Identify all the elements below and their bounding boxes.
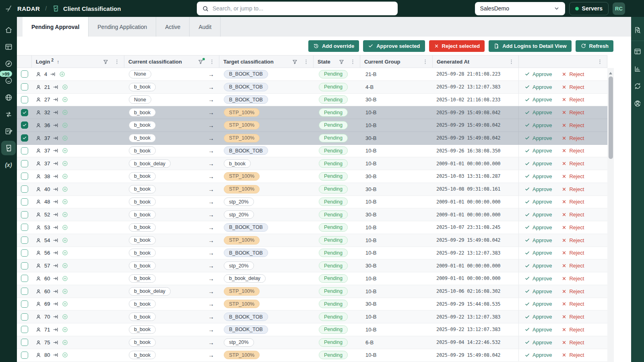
panel-item-user-scan[interactable]	[632, 98, 643, 109]
add-to-view-icon[interactable]	[62, 313, 68, 320]
add-to-view-icon[interactable]	[62, 135, 68, 142]
add-to-view-icon[interactable]	[62, 300, 68, 307]
reject-button[interactable]: Reject	[561, 301, 584, 307]
table-row[interactable]: 60 b_book_delay → STP_100% Pending 10-B …	[17, 285, 607, 298]
panel-item-bar-chart[interactable]	[632, 64, 643, 74]
header-target-classification[interactable]: Target classification	[219, 56, 313, 68]
table-row[interactable]: 75 b_book → stp_20% Pending 6-B 2025-09-…	[17, 336, 607, 349]
column-menu-icon[interactable]	[422, 59, 428, 65]
reject-button[interactable]: Reject	[561, 148, 584, 154]
row-checkbox[interactable]	[21, 83, 28, 90]
table-row[interactable]: 52 b_book → stp_20% Pending 30-B 2009-01…	[17, 208, 607, 221]
reject-button[interactable]: Reject	[561, 314, 584, 320]
column-menu-icon[interactable]	[114, 59, 120, 65]
add-to-view-icon[interactable]	[59, 71, 66, 78]
reject-button[interactable]: Reject	[561, 224, 584, 230]
reject-selected-button[interactable]: Reject selected	[429, 40, 485, 52]
filter-icon[interactable]	[292, 59, 298, 65]
add-to-view-icon[interactable]	[62, 160, 68, 167]
row-checkbox[interactable]	[21, 147, 28, 154]
column-menu-icon[interactable]	[303, 59, 309, 65]
table-row[interactable]: 80 b_book → STP_100% Pending 10-B 2025-0…	[17, 349, 607, 362]
sidebar-item-layout[interactable]	[1, 39, 16, 54]
open-login-icon[interactable]	[53, 237, 59, 243]
add-to-view-icon[interactable]	[62, 186, 68, 193]
tab-audit[interactable]: Audit	[190, 17, 221, 37]
open-login-icon[interactable]	[53, 250, 59, 256]
row-checkbox[interactable]	[21, 198, 28, 206]
open-login-icon[interactable]	[53, 97, 59, 103]
reject-button[interactable]: Reject	[561, 250, 584, 256]
header-state[interactable]: State	[313, 56, 360, 68]
reject-button[interactable]: Reject	[561, 109, 584, 115]
header-current-classification[interactable]: Current classification	[124, 56, 219, 68]
row-checkbox[interactable]	[21, 224, 28, 231]
open-login-icon[interactable]	[53, 224, 59, 230]
search-input[interactable]	[213, 5, 392, 12]
filter-icon[interactable]	[339, 59, 345, 65]
add-to-view-icon[interactable]	[62, 96, 68, 103]
open-login-icon[interactable]	[53, 288, 59, 294]
filter-icon[interactable]	[103, 59, 109, 65]
reject-button[interactable]: Reject	[561, 173, 584, 179]
tab-active[interactable]: Active	[156, 17, 190, 37]
approve-button[interactable]: Approve	[524, 237, 552, 243]
panel-item-doc-search[interactable]	[632, 25, 643, 35]
open-login-icon[interactable]	[53, 173, 59, 179]
column-menu-icon[interactable]	[508, 59, 514, 65]
approve-button[interactable]: Approve	[524, 263, 552, 269]
add-to-view-icon[interactable]	[62, 109, 68, 116]
open-login-icon[interactable]	[53, 339, 59, 346]
table-row[interactable]: 4 None → B_BOOK_TOB Pending 21-B 2025-09…	[17, 68, 607, 81]
add-to-view-icon[interactable]	[62, 352, 68, 358]
approve-button[interactable]: Approve	[524, 339, 552, 346]
add-to-view-icon[interactable]	[62, 122, 68, 129]
open-login-icon[interactable]	[53, 135, 59, 141]
approve-button[interactable]: Approve	[524, 352, 552, 358]
approve-button[interactable]: Approve	[524, 250, 552, 256]
servers-button[interactable]: Servers	[569, 2, 609, 15]
scrollbar-thumb[interactable]	[609, 76, 613, 159]
sidebar-item-formula[interactable]: (x)	[1, 158, 16, 172]
row-checkbox[interactable]	[21, 211, 28, 218]
approve-button[interactable]: Approve	[524, 135, 552, 141]
open-login-icon[interactable]	[53, 122, 59, 128]
approve-button[interactable]: Approve	[524, 173, 552, 179]
add-to-view-icon[interactable]	[62, 84, 68, 90]
row-checkbox[interactable]	[21, 352, 28, 359]
table-row[interactable]: 21 b_book → B_BOOK_TOB Pending 4-B 2025-…	[17, 81, 607, 94]
scroll-up-arrow-icon[interactable]	[607, 68, 614, 74]
row-checkbox[interactable]	[21, 70, 28, 78]
approve-button[interactable]: Approve	[524, 224, 552, 230]
approve-button[interactable]: Approve	[524, 148, 552, 154]
reject-button[interactable]: Reject	[561, 339, 584, 346]
sidebar-item-transfer[interactable]	[1, 107, 16, 121]
reject-button[interactable]: Reject	[561, 288, 584, 294]
approve-button[interactable]: Approve	[524, 122, 552, 128]
reject-button[interactable]: Reject	[561, 263, 584, 269]
row-checkbox[interactable]	[21, 185, 28, 193]
open-login-icon[interactable]	[53, 186, 59, 192]
reject-button[interactable]: Reject	[561, 84, 584, 90]
reject-button[interactable]: Reject	[561, 160, 584, 167]
reject-button[interactable]: Reject	[561, 122, 584, 128]
add-to-view-icon[interactable]	[62, 326, 68, 333]
open-login-icon[interactable]	[53, 109, 59, 115]
row-checkbox[interactable]	[21, 262, 28, 269]
approve-button[interactable]: Approve	[524, 276, 552, 282]
approve-button[interactable]: Approve	[524, 186, 552, 192]
approve-button[interactable]: Approve	[524, 199, 552, 205]
approve-button[interactable]: Approve	[524, 160, 552, 167]
panel-item-layout[interactable]	[632, 46, 643, 57]
add-to-view-icon[interactable]	[62, 262, 68, 269]
table-row[interactable]: 36 b_book → STP_100% Pending 10-B 2025-0…	[17, 119, 607, 132]
row-checkbox[interactable]	[21, 288, 28, 295]
add-to-view-icon[interactable]	[62, 237, 68, 244]
add-to-view-icon[interactable]	[62, 275, 68, 282]
header-login[interactable]: Login 2 ↑	[31, 56, 124, 68]
environment-select[interactable]: SalesDemo	[475, 2, 565, 15]
table-row[interactable]: 69 b_book → STP_100% Pending 30-B 2025-0…	[17, 298, 607, 311]
tab-pending-approval[interactable]: Pending Approval	[23, 17, 89, 37]
table-row[interactable]: 48 b_book → stp_20% Pending 10-B 2009-01…	[17, 196, 607, 209]
approve-button[interactable]: Approve	[524, 212, 552, 218]
